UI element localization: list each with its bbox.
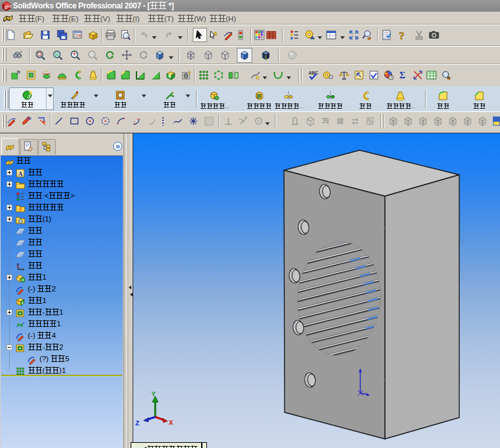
svg-text:A: A [18, 170, 23, 177]
svg-text:Σ: Σ [399, 71, 405, 80]
svg-text:3D: 3D [27, 117, 32, 120]
svg-text:Y: Y [151, 390, 156, 398]
svg-text:X: X [169, 419, 173, 427]
svg-text:W: W [7, 3, 12, 9]
svg-text:?: ? [399, 30, 405, 40]
svg-text:ABC: ABC [309, 71, 318, 75]
svg-text:Z: Z [135, 420, 140, 427]
